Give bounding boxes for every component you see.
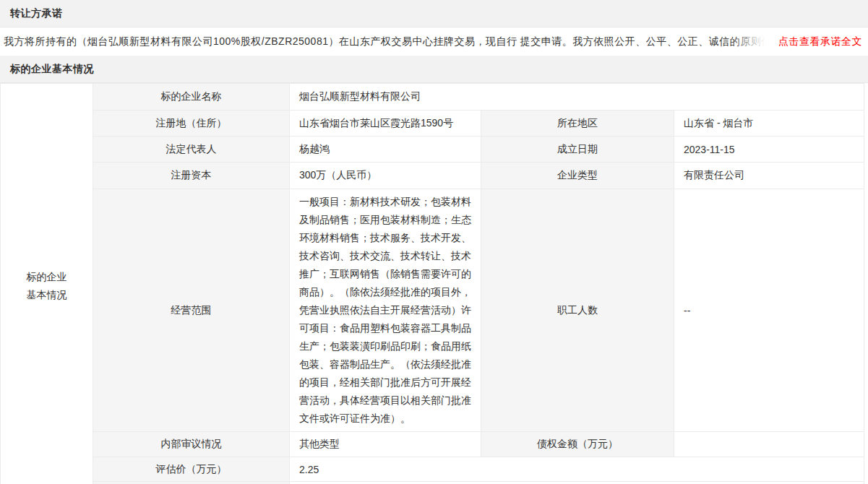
field-label-establish-date: 成立日期: [481, 137, 674, 163]
row-address-region: 注册地（住所） 山东省烟台市莱山区霞光路1590号 所在地区 山东省 - 烟台市: [1, 111, 864, 137]
transferor-commitment-title: 转让方承诺: [10, 7, 63, 20]
commitment-row: 我方将所持有的（烟台弘顺新型材料有限公司100%股权/ZBZR250081）在山…: [0, 27, 868, 56]
field-value-debt-amount: [674, 432, 864, 457]
cutoff-value-cell: [290, 482, 864, 484]
row-capital-type: 注册资本 300万（人民币） 企业类型 有限责任公司: [1, 163, 864, 189]
listing-detail-page: 转让方承诺 我方将所持有的（烟台弘顺新型材料有限公司100%股权/ZBZR250…: [0, 0, 868, 484]
field-label-legal-representative: 法定代表人: [93, 137, 290, 163]
row-review-debt: 内部审议情况 其他类型 债权金额（万元）: [1, 432, 864, 457]
view-full-commitment-link[interactable]: 点击查看承诺全文: [778, 35, 862, 48]
row-scope-employees: 经营范围 一般项目：新材料技术研发；包装材料及制品销售；医用包装材料制造；生态环…: [1, 189, 864, 432]
section-bar-transferor-commitment: 转让方承诺: [0, 0, 868, 27]
field-label-business-scope: 经营范围: [93, 189, 290, 432]
field-label-company-name: 标的企业名称: [93, 84, 290, 111]
field-label-region: 所在地区: [481, 111, 674, 137]
field-value-employee-count: --: [674, 189, 864, 432]
row-company-name: 标的企业 基本情况 标的企业名称 烟台弘顺新型材料有限公司: [1, 84, 864, 111]
row-cutoff-partial: [1, 482, 864, 484]
cutoff-label-cell: [93, 482, 290, 484]
field-value-company-name: 烟台弘顺新型材料有限公司: [290, 84, 864, 111]
field-label-registered-address: 注册地（住所）: [93, 111, 290, 137]
group-label-line1: 标的企业: [1, 268, 93, 286]
field-value-business-scope: 一般项目：新材料技术研发；包装材料及制品销售；医用包装材料制造；生态环境材料销售…: [290, 189, 481, 432]
group-cell-basic-info: 标的企业 基本情况: [1, 84, 93, 484]
field-value-legal-representative: 杨越鸿: [290, 137, 481, 163]
field-value-internal-review: 其他类型: [290, 432, 481, 457]
field-value-appraisal-price: 2.25: [290, 457, 864, 482]
row-appraisal-price: 评估价（万元） 2.25: [1, 457, 864, 482]
field-label-employee-count: 职工人数: [481, 189, 674, 432]
field-label-internal-review: 内部审议情况: [93, 432, 290, 457]
group-label-line2: 基本情况: [1, 286, 93, 304]
field-value-registered-address: 山东省烟台市莱山区霞光路1590号: [290, 111, 481, 137]
section-bar-basic-info: 标的企业基本情况: [0, 56, 868, 83]
field-label-registered-capital: 注册资本: [93, 163, 290, 189]
field-value-registered-capital: 300万（人民币）: [290, 163, 481, 189]
field-value-establish-date: 2023-11-15: [674, 137, 864, 163]
basic-info-table: 标的企业 基本情况 标的企业名称 烟台弘顺新型材料有限公司 注册地（住所） 山东…: [0, 83, 864, 484]
field-label-enterprise-type: 企业类型: [481, 163, 674, 189]
basic-info-title: 标的企业基本情况: [10, 63, 94, 76]
row-legal-rep-date: 法定代表人 杨越鸿 成立日期 2023-11-15: [1, 137, 864, 163]
field-label-appraisal-price: 评估价（万元）: [93, 457, 290, 482]
field-value-region: 山东省 - 烟台市: [674, 111, 864, 137]
field-value-enterprise-type: 有限责任公司: [674, 163, 864, 189]
field-label-debt-amount: 债权金额（万元）: [481, 432, 674, 457]
commitment-text: 我方将所持有的（烟台弘顺新型材料有限公司100%股权/ZBZR250081）在山…: [4, 35, 771, 48]
